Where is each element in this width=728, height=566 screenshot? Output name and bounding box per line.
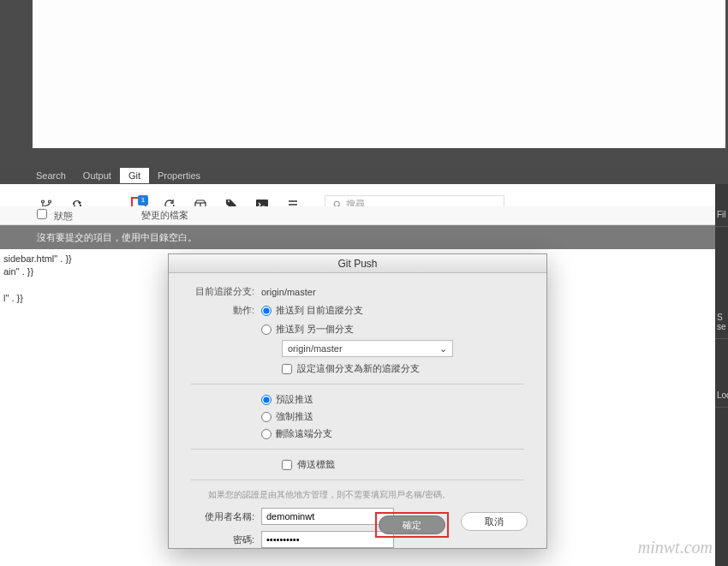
radio-label: 推送到 目前追蹤分支 xyxy=(276,304,363,317)
set-tracking-checkbox[interactable] xyxy=(282,364,292,374)
panel-label[interactable]: S xyxy=(717,313,723,322)
chevron-down-icon: ⌄ xyxy=(439,343,447,354)
col-changed: 變更的檔案 xyxy=(141,209,188,222)
svg-point-2 xyxy=(334,201,339,206)
password-field[interactable] xyxy=(261,531,394,548)
tracking-label: 目前追蹤分支: xyxy=(191,285,254,298)
dialog-title: Git Push xyxy=(169,254,546,273)
separator xyxy=(191,480,524,480)
radio-push-other[interactable] xyxy=(261,325,272,335)
watermark: minwt.com xyxy=(638,538,713,557)
editor-canvas xyxy=(33,0,725,148)
tracking-value: origin/master xyxy=(261,287,316,297)
right-sidebar: Fil Sse Loc xyxy=(715,184,728,566)
password-label: 密碼: xyxy=(191,533,254,546)
radio-label: 推送到 另一個分支 xyxy=(276,323,354,336)
col-status: 狀態 xyxy=(54,211,73,221)
radio-push-force[interactable] xyxy=(261,412,272,422)
separator xyxy=(191,384,524,384)
select-value: origin/master xyxy=(288,343,343,354)
git-columns: 狀態 變更的檔案 xyxy=(0,206,728,225)
panel-label: se xyxy=(717,322,726,331)
username-label: 使用者名稱: xyxy=(191,510,254,523)
dialog-footer: 確定 取消 xyxy=(375,512,528,538)
radio-push-default[interactable] xyxy=(261,395,272,405)
checkbox-label: 傳送標籤 xyxy=(297,458,335,471)
checkbox-label: 設定這個分支為新的追蹤分支 xyxy=(297,362,420,375)
ok-button[interactable]: 確定 xyxy=(379,515,445,534)
radio-push-tracking[interactable] xyxy=(261,306,272,316)
radio-push-delete[interactable] xyxy=(261,429,272,439)
radio-label: 刪除遠端分支 xyxy=(276,427,332,440)
code-line: sidebar.html" . }} xyxy=(3,253,159,265)
username-field[interactable] xyxy=(261,508,394,525)
tab-search[interactable]: Search xyxy=(27,168,75,183)
tab-output[interactable]: Output xyxy=(75,168,120,183)
push-badge: 1 xyxy=(138,195,148,206)
select-all-checkbox[interactable] xyxy=(37,209,47,219)
separator xyxy=(191,449,524,450)
action-label: 動作: xyxy=(191,304,254,317)
app-frame-top xyxy=(0,0,728,167)
radio-label: 預設推送 xyxy=(276,393,313,406)
git-push-dialog: Git Push 目前追蹤分支: origin/master 動作: 推送到 目… xyxy=(168,253,547,549)
cancel-button[interactable]: 取消 xyxy=(461,512,528,531)
panel-label[interactable]: Fil xyxy=(715,184,728,227)
credentials-hint: 如果您的認證是由其他地方管理，則不需要填寫用戶名稱/密碼。 xyxy=(208,489,524,501)
code-snippet: sidebar.html" . }} ain" . }} l" . }} xyxy=(0,249,163,566)
panel-tabs: Search Output Git Properties xyxy=(0,167,728,184)
ok-highlight: 確定 xyxy=(375,512,449,538)
panel-label[interactable]: Loc xyxy=(715,339,728,408)
git-status-message: 沒有要提交的項目，使用中目錄空白。 xyxy=(0,225,728,249)
code-line: ain" . }} xyxy=(3,265,159,278)
tab-properties[interactable]: Properties xyxy=(149,168,209,183)
radio-label: 強制推送 xyxy=(276,410,313,423)
tab-git[interactable]: Git xyxy=(120,168,149,183)
send-tags-checkbox[interactable] xyxy=(282,460,292,470)
branch-select[interactable]: origin/master ⌄ xyxy=(282,340,453,357)
code-line: l" . }} xyxy=(3,292,159,305)
